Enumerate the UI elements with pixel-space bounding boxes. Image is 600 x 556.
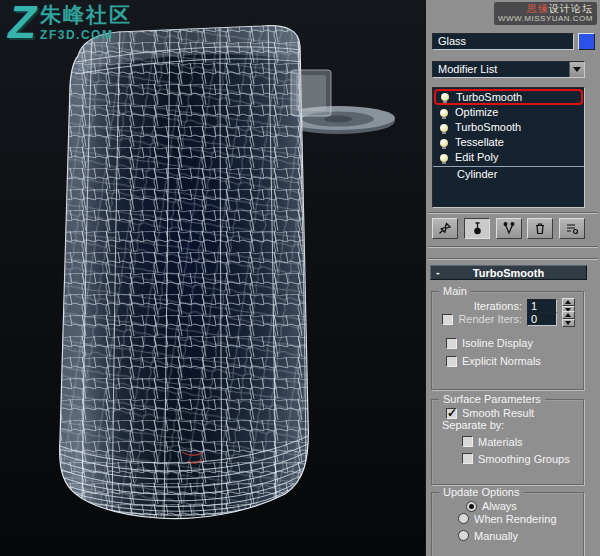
render-iters-row: Render Iters: 0 [432,310,583,328]
lightbulb-icon[interactable] [441,93,449,101]
missyuan-watermark: 思缘设计论坛 WWW.MISSYUAN.COM [494,2,597,25]
materials-row: Materials [432,433,583,450]
main-group: Main Iterations: 1 Render Iters: 0 Isoli… [431,291,584,390]
configure-modifier-sets-button[interactable] [559,218,585,239]
stack-item-edit-poly[interactable]: Edit Poly [433,150,584,165]
modifier-stack[interactable]: TurboSmooth Optimize TurboSmooth Tessell… [432,87,585,208]
separator [428,212,598,214]
missyuan-url: WWW.MISSYUAN.COM [498,14,593,23]
explicit-normals-label: Explicit Normals [462,355,541,367]
missyuan-title-accent: 思缘 [527,3,549,14]
manually-label: Manually [474,530,518,542]
lightbulb-icon[interactable] [440,154,448,162]
update-options-label: Update Options [439,486,523,498]
transparent-box-object[interactable] [291,70,331,116]
remove-modifier-button[interactable] [527,218,553,239]
materials-checkbox[interactable] [462,436,473,447]
modifier-name: TurboSmooth [455,120,521,135]
smoothing-groups-checkbox[interactable] [462,453,473,464]
separator [428,258,598,260]
when-rendering-label: When Rendering [474,513,557,525]
smoothing-groups-row: Smoothing Groups [432,450,583,467]
smooth-result-checkbox[interactable] [446,408,457,419]
render-iters-label: Render Iters: [458,313,522,325]
cylinder-wireframe [50,20,320,530]
modifier-name: Edit Poly [455,150,498,165]
when-rendering-radio[interactable] [458,513,469,524]
render-iters-input[interactable]: 0 [527,312,557,326]
surface-parameters-label: Surface Parameters [439,393,545,405]
modifier-list-dropdown[interactable]: Modifier List [432,61,585,78]
lightbulb-icon[interactable] [440,139,448,147]
surface-parameters-group: Surface Parameters Smooth Result Separat… [431,399,584,485]
explicit-normals-row: Explicit Normals [432,352,583,370]
pin-stack-button[interactable] [432,218,458,239]
stack-item-turbosmooth-1[interactable]: TurboSmooth [434,89,583,105]
missyuan-title: 设计论坛 [549,3,593,14]
stack-item-turbosmooth-2[interactable]: TurboSmooth [433,120,584,135]
spinner-up-icon[interactable] [562,311,575,319]
collapse-icon: - [436,266,440,278]
spinner-up-icon[interactable] [562,298,575,306]
spinner-down-icon[interactable] [562,319,575,327]
always-radio[interactable] [466,501,477,512]
stack-toolbar [430,216,587,241]
separator [428,246,598,248]
when-rendering-row: When Rendering [432,510,583,527]
stack-item-cylinder[interactable]: Cylinder [433,166,584,181]
smoothing-groups-label: Smoothing Groups [478,453,570,465]
modifier-name: TurboSmooth [456,92,522,103]
always-label: Always [482,500,517,512]
separate-by-label: Separate by: [442,419,504,431]
iterations-label: Iterations: [474,300,522,312]
modifier-name: Optimize [455,105,498,120]
manually-row: Manually [432,527,583,544]
modifier-name: Tessellate [455,135,504,150]
main-group-label: Main [439,285,471,297]
smooth-result-label: Smooth Result [462,407,534,419]
object-color-swatch[interactable] [578,33,595,50]
base-object-name: Cylinder [457,167,497,182]
viewport[interactable]: Z 朱峰社区 ZF3D.COM [0,0,425,556]
materials-label: Materials [478,436,523,448]
rollout-title: TurboSmooth [473,267,544,279]
iterations-input[interactable]: 1 [527,299,557,313]
object-name-row: Glass [432,33,595,50]
cylinder-object[interactable] [50,20,320,530]
dropdown-arrow-icon[interactable] [569,62,584,77]
show-end-result-button[interactable] [464,218,490,239]
stack-item-tessellate[interactable]: Tessellate [433,135,584,150]
modifier-list-label: Modifier List [433,62,569,77]
turbosmooth-rollout-header[interactable]: - TurboSmooth [430,265,587,280]
3dsmax-screen: Z 朱峰社区 ZF3D.COM 思缘设计论坛 WWW.MISSYUAN.COM … [0,0,600,556]
explicit-normals-checkbox[interactable] [446,356,457,367]
lightbulb-icon[interactable] [440,124,448,132]
object-name-field[interactable]: Glass [432,33,574,50]
viewport-canvas [0,0,425,556]
render-iters-spinner[interactable] [562,311,575,327]
isoline-display-label: Isoline Display [462,337,533,349]
stack-item-optimize[interactable]: Optimize [433,105,584,120]
manually-radio[interactable] [458,530,469,541]
command-panel: 思缘设计论坛 WWW.MISSYUAN.COM Glass Modifier L… [425,0,600,556]
update-options-group: Update Options Always When Rendering Man… [431,492,584,556]
make-unique-button[interactable] [496,218,522,239]
render-iters-checkbox[interactable] [442,314,453,325]
isoline-row: Isoline Display [432,334,583,352]
isoline-display-checkbox[interactable] [446,338,457,349]
lightbulb-icon[interactable] [440,109,448,117]
